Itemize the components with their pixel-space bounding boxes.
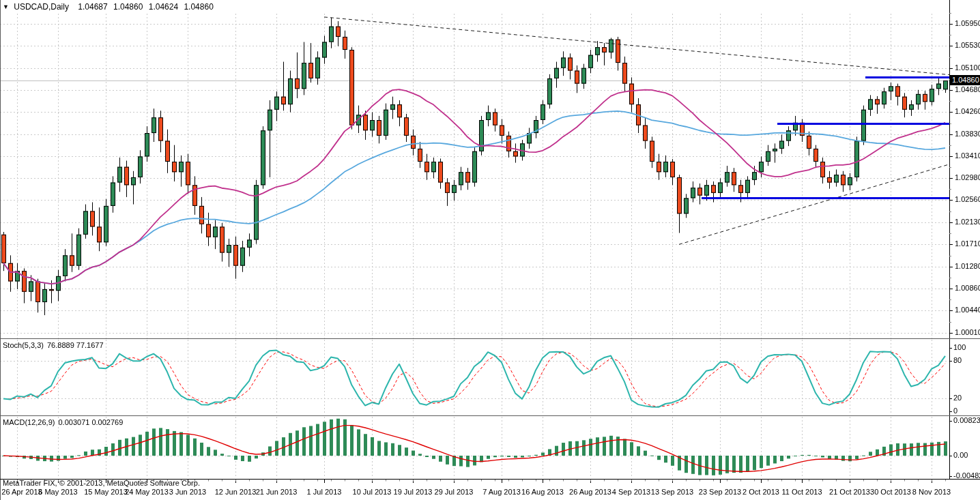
stoch-axis-label: 100: [953, 343, 966, 351]
price-axis-label: 1.00860: [955, 284, 980, 292]
price-axis-label: 1.03410: [955, 151, 980, 160]
price-axis-label: 1.02980: [955, 173, 980, 181]
price-axis-label: 1.02560: [955, 195, 980, 203]
ohlc-values: 1.04687 1.04860 1.04624 1.04860: [78, 2, 214, 12]
price-axis-label: 1.05100: [955, 63, 980, 72]
ohlc-toggle-icon[interactable]: ▼: [3, 3, 9, 10]
price-axis-label: 1.05530: [955, 41, 980, 49]
price-axis-label: 1.01280: [955, 262, 980, 270]
symbol-period-label: USDCAD,Daily: [14, 2, 69, 12]
macd-values: 0.003071 0.002769: [58, 418, 123, 426]
price-axis-label: 1.01710: [955, 239, 980, 248]
current-price-badge: 1.04860: [950, 75, 980, 85]
stoch-axis-label: 20: [953, 394, 962, 402]
chart-canvas[interactable]: [0, 0, 980, 500]
date-axis-label: 11 Oct 2013: [777, 488, 826, 496]
stoch-axis-label: 80: [953, 356, 962, 364]
date-axis-label: 3 Jun 2013: [163, 488, 212, 496]
price-axis-label: 1.00010: [955, 328, 980, 336]
stoch-axis-label: 0: [953, 407, 957, 415]
macd-axis-label: 0.00: [953, 451, 968, 459]
date-axis-label: 16 Aug 2013: [518, 488, 567, 496]
date-axis-label: 8 Nov 2013: [907, 488, 956, 496]
stochastic-values: 76.8889 77.1677: [47, 341, 104, 349]
date-axis-label: 1 Jul 2013: [300, 488, 349, 496]
macd-indicator-label: MACD(12,26,9) 0.003071 0.002769: [3, 418, 123, 426]
macd-axis-label: -0.004824: [953, 471, 980, 480]
price-axis-label: 1.04260: [955, 107, 980, 115]
date-axis-label: 29 Jul 2013: [429, 488, 478, 496]
metaquotes-copyright-link[interactable]: MetaTrader FIX, © 2001-2013, MetaQuotes …: [3, 479, 200, 487]
metatrader-chart-window: ▼ USDCAD,Daily 1.04687 1.04860 1.04624 1…: [0, 0, 980, 500]
date-axis-label: 6 May 2013: [33, 488, 83, 496]
price-axis-label: 1.03830: [955, 130, 980, 138]
stochastic-name: Stoch(5,3,3): [3, 341, 44, 349]
price-axis-label: 1.05950: [955, 19, 980, 27]
date-axis-label: 13 Sep 2013: [648, 488, 697, 496]
chart-title-bar: ▼ USDCAD,Daily 1.04687 1.04860 1.04624 1…: [3, 2, 214, 12]
price-axis-label: 1.02130: [955, 218, 980, 226]
price-axis-label: 1.00440: [955, 306, 980, 314]
stochastic-indicator-label: Stoch(5,3,3) 76.8889 77.1677: [3, 341, 104, 349]
macd-name: MACD(12,26,9): [3, 418, 55, 426]
date-axis-label: 21 Jun 2013: [252, 488, 301, 496]
price-axis-label: 1.04680: [955, 85, 980, 93]
macd-axis-label: 0.008238: [953, 416, 980, 424]
